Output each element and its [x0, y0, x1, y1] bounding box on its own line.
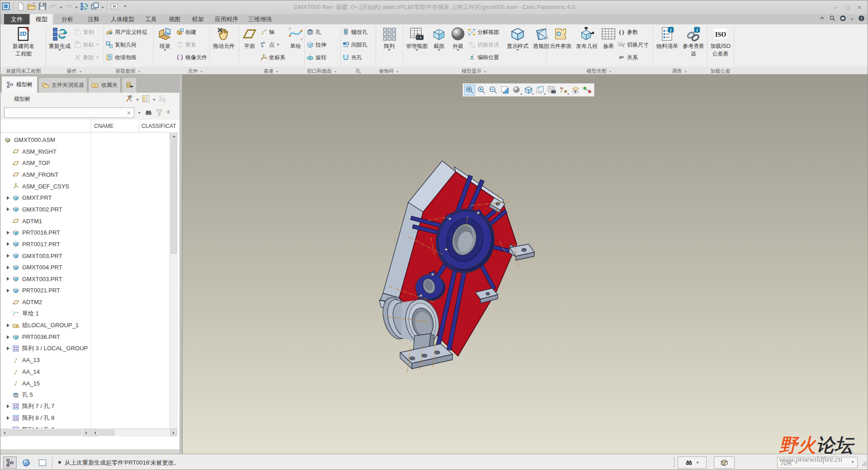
help-button[interactable]: ?	[858, 15, 865, 24]
scrollbar-thumb[interactable]	[9, 430, 81, 435]
command-search-button[interactable]	[829, 15, 836, 24]
group-load-tolerance-label[interactable]: 加载公差	[707, 67, 734, 75]
tree-item[interactable]: 阵列 3 / LOCAL_GROUP	[7, 343, 88, 354]
undo-button[interactable]	[48, 1, 59, 12]
expand-icon[interactable]	[7, 254, 9, 258]
search-dropdown-icon[interactable]	[138, 112, 141, 114]
axis-button[interactable]: /轴	[259, 26, 288, 38]
tree-item[interactable]: 草绘 1	[7, 308, 39, 320]
group-investigate-label[interactable]: 调查	[653, 67, 707, 75]
tree-item[interactable]: ASM_TOP	[7, 157, 50, 169]
tree-item[interactable]: GMXT.PRT	[7, 192, 52, 203]
tree-tools-button[interactable]	[125, 94, 133, 105]
group-model-intent-label[interactable]: 模型意图	[546, 67, 653, 75]
tab-applications[interactable]: 应用程序	[210, 14, 243, 24]
group-modifiers-label[interactable]: 修饰符	[376, 67, 403, 75]
shrinkwrap-button[interactable]: 收缩包络	[105, 52, 152, 63]
toggle-model-tree-button[interactable]	[3, 456, 17, 469]
tree-item[interactable]: AA_14	[7, 366, 40, 377]
group-model-display-label[interactable]: 模型显示	[403, 67, 546, 75]
expand-icon[interactable]	[7, 207, 9, 211]
new-same-name-drawing-button[interactable]: 2D新建同名工程图	[8, 26, 39, 57]
expand-icon[interactable]	[7, 266, 9, 269]
clear-search-icon[interactable]: ✕	[127, 110, 131, 116]
tree-item[interactable]: GMXT000.ASM	[4, 134, 55, 146]
csys-button[interactable]: yxz坐标系	[259, 52, 288, 63]
tree-item[interactable]: PRT0016.PRT	[7, 227, 60, 238]
tree-item[interactable]: 阵列 8 / 孔 8	[7, 413, 55, 424]
expand-icon[interactable]	[7, 277, 9, 281]
appearance-button[interactable]: 外观	[449, 26, 467, 51]
tree-item[interactable]: 阵列 9 / 孔 9	[7, 424, 55, 428]
tab-tools[interactable]: 工具	[140, 14, 162, 24]
copy-button[interactable]: 复制	[74, 26, 103, 38]
clearance-hole-button[interactable]: 间隙孔	[342, 39, 374, 51]
tree-item[interactable]: 组LOCAL_GROUP_1	[7, 320, 79, 331]
section-button[interactable]: 截面	[430, 26, 448, 51]
panel-tab-model-tree[interactable]: 模型树	[1, 76, 38, 93]
account-button[interactable]	[840, 15, 846, 24]
status-search-button[interactable]	[678, 456, 707, 469]
light-hole-button[interactable]: 光孔	[342, 52, 374, 63]
delete-button[interactable]: 删除	[74, 52, 103, 63]
status-box-select-button[interactable]	[714, 456, 735, 469]
tree-item[interactable]: ASM_RIGHT	[7, 146, 57, 157]
manage-views-button[interactable]: 管理视图	[405, 26, 429, 51]
graphics-viewport[interactable]	[183, 75, 868, 454]
maximize-button[interactable]: ▢	[842, 4, 854, 11]
tree-settings-button[interactable]	[142, 94, 150, 105]
expand-icon[interactable]	[7, 347, 9, 350]
tab-3d-enhance[interactable]: 三维增强	[244, 14, 276, 24]
tree-search-input[interactable]: ✕	[4, 108, 134, 118]
zoom-out-button[interactable]	[488, 85, 499, 95]
column-header-classification[interactable]: CLASSIFICAT	[142, 120, 176, 132]
panel-splitter[interactable]	[179, 75, 183, 454]
tree-horizontal-scrollbars[interactable]	[0, 428, 178, 437]
expand-icon[interactable]	[7, 416, 9, 420]
scroll-right-button[interactable]	[83, 429, 90, 436]
group-hole-label[interactable]: 孔	[340, 67, 376, 75]
tab-file[interactable]: 文件	[4, 14, 29, 24]
repaint-button[interactable]	[500, 85, 510, 95]
tree-item[interactable]: GMXT004.PRT	[7, 262, 62, 273]
family-table-button[interactable]: 族表	[600, 26, 617, 49]
redo-button[interactable]	[63, 1, 74, 12]
edit-position-button[interactable]: z编辑位置	[468, 52, 504, 63]
paste-button[interactable]: 粘贴	[74, 39, 103, 51]
hole-button[interactable]: 孔	[306, 26, 339, 38]
component-interface-button[interactable]: 元件界面	[548, 26, 573, 49]
load-iso-tolerance-button[interactable]: ISO加载ISO公差表	[708, 26, 733, 57]
repeat-button[interactable]: 重复	[176, 39, 208, 51]
panel-tab-history[interactable]	[122, 77, 137, 93]
tree-item[interactable]: 阵列 7 / 孔 7	[7, 401, 55, 412]
expand-icon[interactable]	[7, 196, 9, 200]
tree-item[interactable]: ASM_FRONT	[7, 169, 58, 180]
group-get-data-label[interactable]: 获取数据	[104, 67, 153, 75]
expand-icon[interactable]	[7, 242, 9, 246]
tab-annotate[interactable]: 注释	[81, 14, 106, 24]
find-icon[interactable]	[144, 108, 153, 117]
publish-geometry-button[interactable]: 发布几何	[574, 26, 599, 49]
group-datum-label[interactable]: 基准	[239, 67, 304, 75]
saved-orientations-button[interactable]	[535, 85, 546, 95]
regenerate-button[interactable]: 重新生成	[47, 26, 73, 51]
minimize-button[interactable]: –	[829, 4, 841, 11]
exploded-view-button[interactable]: 分解视图	[468, 26, 504, 38]
scrollbar-thumb[interactable]	[99, 430, 114, 435]
parameters-button[interactable]: { }参数	[618, 26, 652, 38]
relations-button[interactable]: d=关系	[618, 52, 652, 63]
tab-manikin[interactable]: 人体模型	[106, 14, 139, 24]
sketch-button[interactable]: 草绘	[288, 26, 304, 49]
panel-tab-favorites[interactable]: 收藏夹	[88, 77, 121, 93]
create-component-button[interactable]: 创建	[176, 26, 208, 38]
scroll-left-button[interactable]	[1, 429, 8, 436]
expand-icon[interactable]	[7, 231, 9, 235]
tree-item[interactable]: ADTM1	[7, 216, 42, 227]
resize-grip[interactable]	[860, 460, 868, 467]
tree-item[interactable]: PRT0021.PRT	[7, 285, 60, 296]
copy-geometry-button[interactable]: 复制几何	[105, 39, 152, 51]
scroll-right-button[interactable]	[170, 429, 177, 436]
shading-style-button[interactable]	[511, 85, 522, 95]
tab-model[interactable]: 模型	[30, 14, 53, 24]
udf-button[interactable]: 用户定义特征	[105, 26, 152, 38]
